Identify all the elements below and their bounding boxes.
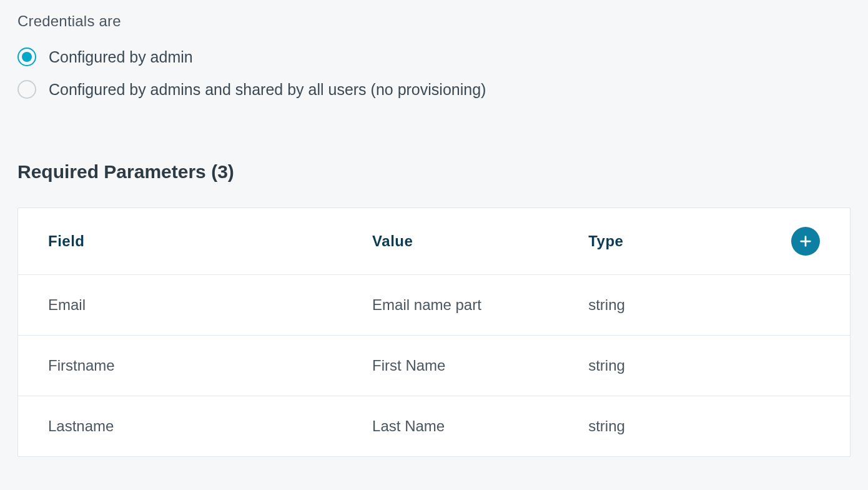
radio-indicator [17,48,36,66]
radio-label: Configured by admins and shared by all u… [49,81,486,99]
cell-type: string [588,418,742,435]
cell-field: Firstname [48,357,372,374]
header-type: Type [588,232,742,250]
required-parameters-heading: Required Parameters (3) [17,161,851,182]
plus-icon [799,234,812,248]
cell-value: Last Name [372,418,588,435]
credentials-radio-group: Configured by admin Configured by admins… [17,48,851,99]
cell-type: string [588,357,742,374]
radio-configured-by-admin[interactable]: Configured by admin [17,48,851,66]
cell-field: Lastname [48,418,372,435]
add-parameter-button[interactable] [791,227,820,256]
cell-field: Email [48,296,372,314]
radio-configured-shared[interactable]: Configured by admins and shared by all u… [17,80,851,99]
table-row: Email Email name part string [18,275,850,336]
header-value: Value [372,232,588,250]
cell-type: string [588,296,742,314]
table-row: Firstname First Name string [18,336,850,396]
credentials-label: Credentials are [17,12,851,30]
required-parameters-table: Field Value Type Email Email name part s… [17,208,851,457]
radio-label: Configured by admin [49,48,193,66]
radio-indicator [17,80,36,99]
table-row: Lastname Last Name string [18,396,850,456]
table-header: Field Value Type [18,208,850,275]
cell-value: Email name part [372,296,588,314]
cell-value: First Name [372,357,588,374]
header-field: Field [48,232,372,250]
